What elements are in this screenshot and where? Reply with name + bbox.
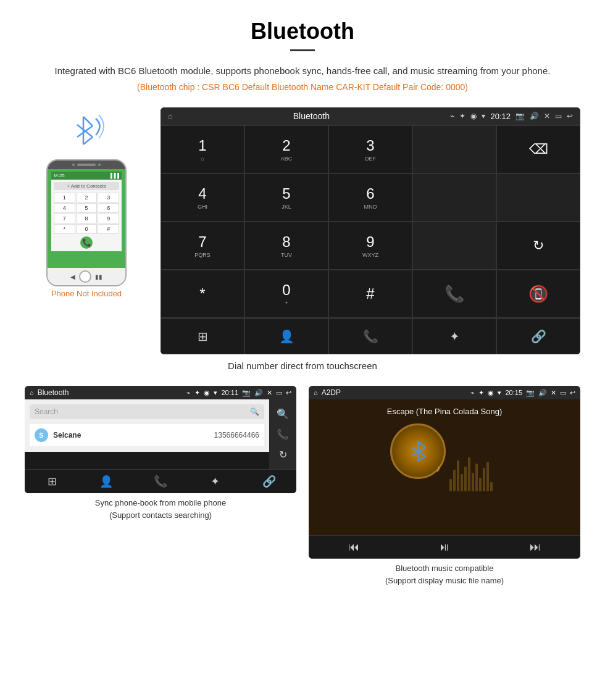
phone-dot bbox=[72, 164, 75, 166]
sub-ghi: GHI bbox=[198, 204, 207, 210]
pb-search-icon[interactable]: 🔍 bbox=[273, 404, 293, 423]
phone-home-btn bbox=[79, 270, 91, 283]
next-track-btn[interactable]: ⏭ bbox=[490, 541, 580, 554]
song-title: Escape (The Pina Colada Song) bbox=[387, 407, 502, 416]
music-note-icon: ♪ bbox=[436, 463, 441, 474]
nav-link-btn[interactable]: 🔗 bbox=[496, 319, 580, 354]
dial-key-0[interactable]: 0 + bbox=[244, 270, 328, 318]
pb-refresh-icon[interactable]: ↻ bbox=[275, 445, 291, 464]
pb-cam-icon: 📷 bbox=[242, 389, 251, 397]
music-x-icon: ✕ bbox=[551, 389, 556, 397]
usb-icon: ⌁ bbox=[450, 112, 454, 120]
digit-6: 6 bbox=[366, 185, 374, 202]
music-content: Escape (The Pina Colada Song) ♪ bbox=[309, 399, 580, 535]
dial-key-call[interactable]: 📞 bbox=[412, 270, 496, 318]
nav-dialpad-btn[interactable]: ⊞ bbox=[161, 319, 244, 354]
dial-key-refresh[interactable]: ↻ bbox=[496, 222, 580, 270]
pb-bt-icon: ✦ bbox=[194, 389, 200, 397]
pb-usb-icon: ⌁ bbox=[186, 389, 191, 397]
location-icon: ◉ bbox=[470, 112, 477, 120]
play-pause-btn[interactable]: ⏯ bbox=[399, 541, 490, 554]
contact-name: Seicane bbox=[53, 431, 81, 440]
digit-9: 9 bbox=[366, 233, 374, 251]
dial-empty-2 bbox=[496, 173, 580, 222]
dial-key-3[interactable]: 3 DEF bbox=[328, 125, 412, 173]
pb-call-icon[interactable]: 📞 bbox=[273, 425, 293, 444]
pb-nav-phone[interactable]: 📞 bbox=[133, 475, 188, 488]
sub-abc: ABC bbox=[281, 156, 293, 162]
digit-hash: # bbox=[366, 285, 374, 302]
dial-key-star[interactable]: * bbox=[161, 270, 244, 318]
pb-nav-bt[interactable]: ✦ bbox=[188, 475, 242, 488]
dial-key-1[interactable]: 1 ⌂ bbox=[161, 125, 244, 173]
wifi-icon: ▾ bbox=[482, 112, 485, 120]
dial-key-5[interactable]: 5 JKL bbox=[244, 173, 328, 222]
pb-home-icon: ⌂ bbox=[30, 389, 34, 396]
digit-3: 3 bbox=[366, 137, 374, 154]
pb-win-icon: ▭ bbox=[276, 389, 282, 397]
phonebook-screen: ⌂ Bluetooth ⌁ ✦ ◉ ▾ 20:11 📷 🔊 ✕ ▭ ↩ bbox=[25, 386, 296, 493]
phone-bottom-bar: ◀ ▮▮ bbox=[48, 268, 125, 285]
bluetooth-signal-icon bbox=[62, 107, 111, 151]
close-icon: ✕ bbox=[544, 112, 550, 120]
bottom-panels: ⌂ Bluetooth ⌁ ✦ ◉ ▾ 20:11 📷 🔊 ✕ ▭ ↩ bbox=[25, 386, 580, 586]
phone-dot2 bbox=[98, 164, 101, 166]
call-green-icon: 📞 bbox=[444, 285, 464, 304]
music-controls: ⏮ ⏯ ⏭ bbox=[309, 535, 580, 559]
phonebook-search-bar[interactable]: Search 🔍 bbox=[30, 404, 264, 419]
dialpad-topbar: ⌂ Bluetooth ⌁ ✦ ◉ ▾ 20:12 📷 🔊 ✕ ▭ ↩ bbox=[161, 107, 580, 125]
nav-bluetooth-btn[interactable]: ✦ bbox=[412, 319, 496, 354]
pb-wifi-icon: ▾ bbox=[214, 389, 217, 397]
dial-key-7[interactable]: 7 PQRS bbox=[161, 222, 244, 270]
sub-tuv: TUV bbox=[281, 252, 292, 258]
dialpad-time: 20:12 bbox=[490, 112, 511, 121]
music-screen: ⌂ A2DP ⌁ ✦ ◉ ▾ 20:15 📷 🔊 ✕ ▭ ↩ Escape (T… bbox=[309, 386, 580, 559]
phone-key-0: 0 bbox=[76, 224, 98, 234]
refresh-icon: ↻ bbox=[533, 238, 544, 254]
music-caption-line1: Bluetooth music compatible bbox=[396, 564, 494, 573]
volume-icon: 🔊 bbox=[530, 112, 539, 120]
music-caption-line2: (Support display music file name) bbox=[385, 576, 504, 585]
music-usb-icon: ⌁ bbox=[470, 389, 475, 397]
nav-phone-btn[interactable]: 📞 bbox=[328, 319, 412, 354]
svg-line-9 bbox=[418, 456, 425, 461]
nav-contacts-btn[interactable]: 👤 bbox=[244, 319, 328, 354]
sub-jkl: JKL bbox=[282, 204, 291, 210]
sub-def: DEF bbox=[365, 156, 376, 162]
prev-track-btn[interactable]: ⏮ bbox=[309, 541, 399, 554]
phone-dialpad: 1 2 3 4 5 6 7 8 9 * 0 # bbox=[54, 193, 119, 234]
pb-nav-contacts[interactable]: 👤 bbox=[79, 475, 133, 488]
dial-key-6[interactable]: 6 MNO bbox=[328, 173, 412, 222]
home-icon: ⌂ bbox=[168, 112, 172, 120]
phone-key-2: 2 bbox=[76, 193, 98, 202]
album-art: ♪ bbox=[390, 423, 446, 479]
bluetooth-icon-area bbox=[62, 107, 111, 153]
digit-7: 7 bbox=[198, 233, 206, 251]
dial-key-8[interactable]: 8 TUV bbox=[244, 222, 328, 270]
pb-nav-dialpad[interactable]: ⊞ bbox=[25, 475, 79, 488]
dial-key-end[interactable]: 📵 bbox=[496, 270, 580, 318]
music-cam-icon: 📷 bbox=[526, 389, 535, 397]
phonebook-caption: Sync phone-book from mobile phone (Suppo… bbox=[25, 497, 296, 521]
pb-topbar-title: Bluetooth bbox=[38, 388, 183, 397]
dial-key-backspace[interactable]: ⌫ bbox=[496, 125, 580, 173]
call-red-icon: 📵 bbox=[528, 285, 548, 304]
phone-not-included-label: Phone Not Included bbox=[51, 289, 122, 298]
menu-icon: ▮▮ bbox=[95, 273, 102, 280]
back-icon: ↩ bbox=[567, 112, 573, 120]
dial-key-hash[interactable]: # bbox=[328, 270, 412, 318]
dial-key-2[interactable]: 2 ABC bbox=[244, 125, 328, 173]
signal-icons: ▐▐▐ bbox=[109, 173, 119, 178]
phonebook-caption-line2: (Support contacts searching) bbox=[109, 510, 212, 520]
digit-4: 4 bbox=[198, 185, 206, 202]
contact-entry[interactable]: S Seicane 13566664466 bbox=[30, 424, 264, 447]
sub-voicemail: ⌂ bbox=[201, 156, 204, 162]
phonebook-side-icons: 🔍 📞 ↻ bbox=[269, 399, 296, 469]
pb-vol-icon: 🔊 bbox=[254, 389, 263, 397]
phone-key-9: 9 bbox=[98, 214, 119, 223]
dial-key-4[interactable]: 4 GHI bbox=[161, 173, 244, 222]
dial-key-9[interactable]: 9 WXYZ bbox=[328, 222, 412, 270]
pb-nav-link[interactable]: 🔗 bbox=[242, 475, 296, 488]
bt-album-icon bbox=[407, 440, 429, 462]
add-contact-btn: + Add to Contacts bbox=[54, 182, 119, 190]
